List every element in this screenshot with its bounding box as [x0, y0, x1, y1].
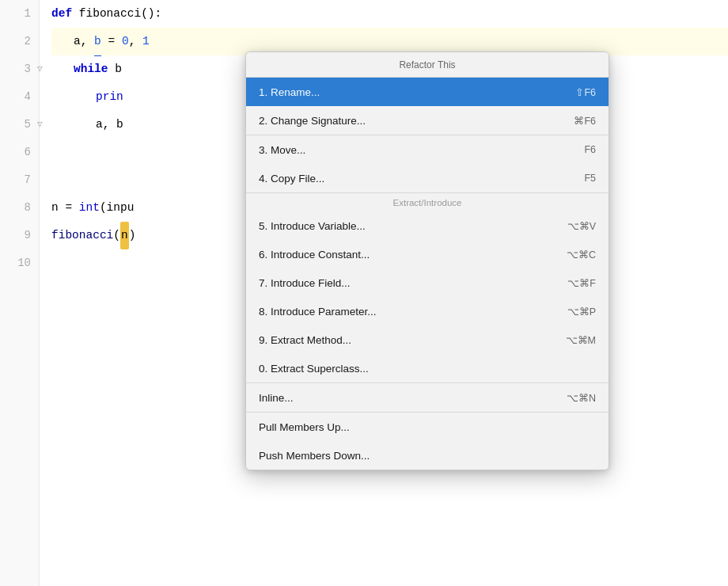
line-num-8: 8 — [0, 194, 31, 222]
keyword-def: def — [51, 0, 79, 28]
menu-item-intro-var[interactable]: 5. Introduce Variable... ⌥⌘V — [246, 211, 609, 240]
menu-item-move-shortcut: F6 — [584, 144, 596, 155]
line-num-9: 9 — [0, 222, 31, 249]
num-0: 0 — [122, 28, 129, 55]
menu-item-rename-shortcut: ⇧F6 — [575, 86, 596, 98]
line-numbers: 1 2 3 4 5 6 7 8 9 10 — [0, 0, 40, 586]
menu-item-copy-file[interactable]: 4. Copy File... F5 — [246, 164, 609, 192]
paren-open: ( — [113, 222, 120, 249]
menu-item-intro-var-shortcut: ⌥⌘V — [567, 220, 596, 232]
menu-item-intro-param-label: 8. Introduce Parameter... — [259, 306, 377, 318]
num-1: 1 — [142, 28, 150, 55]
var-a: a, — [74, 28, 94, 55]
menu-item-extract-method-shortcut: ⌥⌘M — [566, 334, 596, 346]
paren-close: ) — [129, 222, 136, 249]
menu-item-move-label: 3. Move... — [259, 144, 305, 156]
fold-marker-5: ▽ — [37, 111, 43, 139]
comma-space: , — [129, 28, 142, 55]
menu-item-push-down-label: Push Members Down... — [259, 450, 370, 462]
var-b-underline: b — [94, 28, 101, 56]
menu-item-extract-super-label: 0. Extract Superclass... — [259, 363, 369, 375]
line-num-1: 1 — [0, 0, 31, 28]
menu-item-inline[interactable]: Inline... ⌥⌘N — [246, 383, 609, 412]
builtin-print: prin — [96, 83, 123, 111]
menu-item-intro-param[interactable]: 8. Introduce Parameter... ⌥⌘P — [246, 297, 609, 325]
swap-code: a, b — [96, 111, 123, 139]
menu-item-inline-label: Inline... — [259, 392, 294, 404]
keyword-while: while — [74, 55, 115, 83]
line-num-5: 5 — [0, 111, 31, 139]
paren: (): — [141, 0, 161, 28]
line-num-2: 2 — [0, 28, 31, 55]
assign: = — [101, 28, 122, 55]
menu-item-copy-file-shortcut: F5 — [584, 173, 596, 184]
menu-item-intro-field-label: 7. Introduce Field... — [259, 277, 351, 289]
menu-title: Refactor This — [246, 52, 609, 78]
fn-name: fibonacci — [79, 0, 141, 28]
code-line-1: def fibonacci (): — [51, 0, 728, 28]
menu-item-intro-const[interactable]: 6. Introduce Constant... ⌥⌘C — [246, 240, 609, 268]
menu-item-intro-const-label: 6. Introduce Constant... — [259, 249, 370, 261]
menu-item-intro-var-label: 5. Introduce Variable... — [259, 220, 366, 232]
while-condition: b — [115, 55, 122, 83]
menu-item-extract-method[interactable]: 9. Extract Method... ⌥⌘M — [246, 325, 609, 354]
menu-item-extract-super[interactable]: 0. Extract Superclass... — [246, 354, 609, 382]
input-call: (inpu — [100, 194, 135, 222]
menu-item-extract-method-label: 9. Extract Method... — [259, 334, 351, 346]
menu-item-inline-shortcut: ⌥⌘N — [567, 392, 596, 404]
menu-item-rename[interactable]: 1. Rename... ⇧F6 — [246, 78, 609, 106]
menu-item-intro-field-shortcut: ⌥⌘F — [567, 277, 596, 289]
refactor-context-menu[interactable]: Refactor This 1. Rename... ⇧F6 2. Change… — [245, 51, 609, 470]
fold-marker-3: ▽ — [37, 55, 43, 83]
menu-item-move[interactable]: 3. Move... F6 — [246, 135, 609, 164]
menu-item-rename-label: 1. Rename... — [259, 86, 320, 98]
menu-item-intro-const-shortcut: ⌥⌘C — [567, 249, 596, 261]
section-extract-header: Extract/Introduce — [246, 193, 609, 211]
line-num-6: 6 — [0, 139, 31, 166]
menu-item-change-sig[interactable]: 2. Change Signature... ⌘F6 — [246, 106, 609, 135]
menu-item-pull-up[interactable]: Pull Members Up... — [246, 413, 609, 441]
menu-item-copy-file-label: 4. Copy File... — [259, 173, 324, 185]
line-num-4: 4 — [0, 83, 31, 111]
menu-item-change-sig-shortcut: ⌘F6 — [574, 115, 596, 127]
fn-call-fibonacci: fibonacci — [51, 222, 113, 249]
line-num-3: 3 — [0, 55, 31, 83]
var-n-highlight: n — [120, 222, 129, 249]
menu-item-change-sig-label: 2. Change Signature... — [259, 115, 366, 127]
menu-item-pull-up-label: Pull Members Up... — [259, 421, 350, 433]
menu-item-intro-param-shortcut: ⌥⌘P — [567, 306, 596, 318]
menu-item-push-down[interactable]: Push Members Down... — [246, 441, 609, 470]
line-num-10: 10 — [0, 249, 31, 277]
var-n: n = — [51, 194, 79, 222]
menu-item-intro-field[interactable]: 7. Introduce Field... ⌥⌘F — [246, 268, 609, 297]
line-num-7: 7 — [0, 166, 31, 194]
builtin-int: int — [79, 194, 100, 222]
